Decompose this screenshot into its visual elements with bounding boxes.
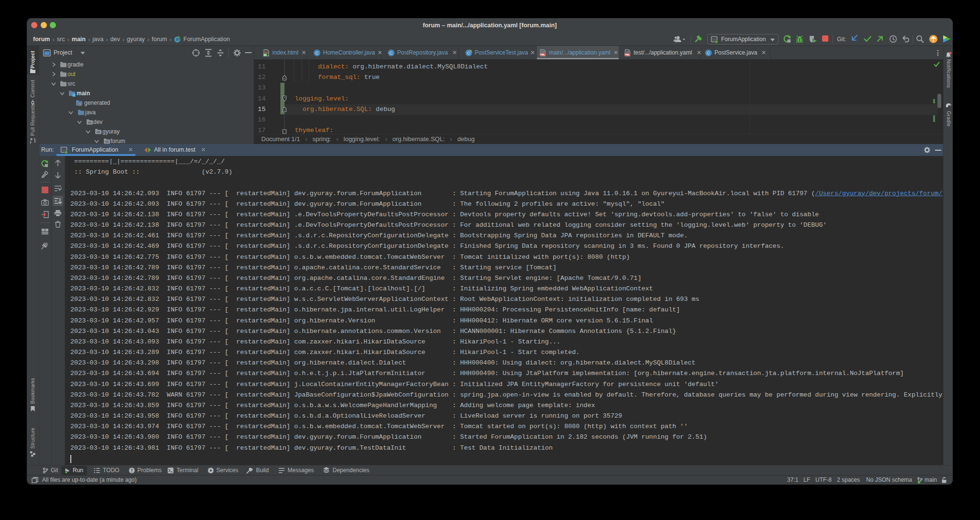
svg-text:C: C	[707, 50, 710, 55]
svg-text:YML: YML	[540, 53, 546, 56]
svg-text:C: C	[315, 50, 319, 55]
svg-text:C: C	[390, 50, 393, 55]
svg-text:YML: YML	[624, 53, 630, 56]
svg-text:C: C	[467, 50, 470, 55]
svg-text:H: H	[264, 54, 266, 56]
